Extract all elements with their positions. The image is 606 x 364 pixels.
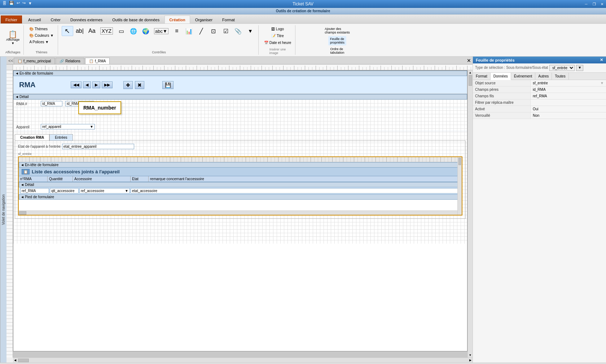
tab-menu-principal[interactable]: 📋 f_menu_principal <box>14 58 55 64</box>
form-vscroll[interactable]: ▲ ▼ <box>467 70 473 358</box>
ref-rma-field[interactable]: ref_RMA <box>20 188 49 194</box>
ref-appareil-combo[interactable]: ref_appareil ▼ <box>41 124 95 129</box>
couleurs-btn[interactable]: 🎨 Couleurs ▼ <box>27 32 55 39</box>
prop-label-active: Activé <box>473 106 531 112</box>
minimize-btn[interactable]: ─ <box>582 0 590 8</box>
prop-value-active[interactable]: Oui <box>531 106 606 112</box>
hyperlink-btn[interactable]: 🌐 <box>128 27 139 36</box>
subform-pied-header[interactable]: ◄ Pied de formulaire <box>19 194 462 200</box>
etat-field[interactable]: etat_entree_appareil <box>62 144 134 149</box>
cursor-btn[interactable]: ↖ <box>62 26 73 36</box>
combo-btn[interactable]: abc▼ <box>152 27 170 35</box>
prop-selector-btn[interactable]: ▼ <box>576 65 583 71</box>
prop-value-champs-fils[interactable]: ref_RMA <box>531 93 606 99</box>
hscroll-thumb[interactable] <box>18 359 29 362</box>
prop-tab-autres[interactable]: Autres <box>535 73 552 80</box>
quick-dropdown-btn[interactable]: ▼ <box>27 1 33 5</box>
tab-order-btn[interactable]: Ordre detabulation <box>328 46 346 56</box>
entete-section-header[interactable]: ◄ En-tête de formulaire <box>13 71 467 76</box>
subform-vscroll-thumb[interactable] <box>458 158 461 165</box>
close-btn[interactable]: ✕ <box>598 0 606 8</box>
tab-relations[interactable]: 🔗 Relations <box>56 58 84 64</box>
nav-next-btn[interactable]: ▶ <box>92 81 100 88</box>
nav-prev-btn[interactable]: ◀ <box>83 81 91 88</box>
datetime-btn[interactable]: 📅 Date et heure <box>262 40 293 46</box>
new-record-btn[interactable]: ✚ <box>123 81 133 89</box>
tab-organiser[interactable]: Organiser <box>190 15 217 23</box>
vscroll-thumb[interactable] <box>469 75 472 86</box>
prop-tab-format[interactable]: Format <box>473 73 491 80</box>
tab-outils-bdd[interactable]: Outils de base de données <box>107 15 164 23</box>
undo-quick-btn[interactable]: ↩ <box>16 1 21 5</box>
themes-btn[interactable]: 🎨 Thèmes <box>27 26 49 32</box>
label-btn[interactable]: Aa <box>86 27 98 35</box>
delete-record-btn[interactable]: ✖ <box>135 81 144 89</box>
left-navigation-panel[interactable]: Volet de navigation <box>0 57 6 363</box>
prop-value-champs-peres[interactable]: id_RMA <box>531 86 606 93</box>
quick-access[interactable]: 🗄 💾 ↩ ↪ ▼ <box>2 1 33 5</box>
subform-entete-header[interactable]: ◄ En-tête de formulaire <box>19 162 462 168</box>
close-tab-btn[interactable]: ✕ <box>465 57 473 64</box>
textbox-btn[interactable]: ab| <box>74 27 85 35</box>
property-panel-title: Feuille de propriétés ✕ <box>473 57 606 63</box>
prop-tab-toutes[interactable]: Toutes <box>552 73 568 80</box>
ref-accessoire-combo[interactable]: ref_accessoire ▼ <box>79 188 130 194</box>
qtt-accessoire-field[interactable]: qtt_accessoire <box>50 188 79 194</box>
id-rma-field[interactable]: id_RMA <box>41 101 62 106</box>
tab-format[interactable]: Format <box>218 15 240 23</box>
prop-value-objet-source[interactable]: sf_entrée ▼ <box>531 80 606 86</box>
prop-selector-dropdown[interactable]: sf_entrée <box>549 65 575 71</box>
prop-close-btn[interactable]: ✕ <box>600 58 603 62</box>
property-sheet-btn[interactable]: Feuille depropriétés <box>328 36 346 45</box>
tab-entrees[interactable]: Entrées <box>49 134 73 141</box>
tab-creation-rma[interactable]: Creation RMA <box>15 134 49 141</box>
tab-creation[interactable]: Création <box>164 15 190 23</box>
tab-f-rma[interactable]: 📋 f_RMA <box>85 58 110 64</box>
subform-vscroll[interactable] <box>457 157 462 215</box>
rma-number-tooltip[interactable]: RMA_number <box>78 101 121 114</box>
checkbox-btn[interactable]: ☑ <box>220 27 232 36</box>
save-quick-btn[interactable]: 💾 <box>8 1 15 5</box>
prop-tab-donnees[interactable]: Données <box>491 73 511 80</box>
vscroll-down-btn[interactable]: ▼ <box>469 354 472 357</box>
redo-quick-btn[interactable]: ↪ <box>22 1 26 5</box>
scroll-tabs-left[interactable]: << <box>8 58 13 63</box>
affichage-dropdown[interactable]: ▼ <box>11 41 14 45</box>
title-btn[interactable]: 📝 Titre <box>269 33 285 39</box>
button-btn[interactable]: XYZ <box>98 26 115 36</box>
detail-section-header[interactable]: ◄ Détail <box>13 94 467 99</box>
subform-detail-header[interactable]: ◄ Détail <box>19 182 462 187</box>
nav-last-btn[interactable]: ▶▶ <box>102 81 113 88</box>
prop-value-verrouille[interactable]: Non <box>531 112 606 119</box>
insert-image-btn[interactable]: Insérer uneimage <box>268 46 288 56</box>
save-form-btn[interactable]: 💾 <box>162 81 174 89</box>
form-hscroll[interactable]: ◀ ▶ <box>13 358 473 363</box>
add-existing-fields-btn[interactable]: Ajouter deschamps existants <box>323 26 352 35</box>
etat-accessoire-field[interactable]: etat_accessoire <box>131 188 460 194</box>
hscroll-right-btn[interactable]: ▶ <box>468 359 473 362</box>
line-btn[interactable]: ╱ <box>196 27 207 36</box>
prop-objet-source-btn[interactable]: ▼ <box>600 81 604 85</box>
affichage-btn[interactable]: 📋 Affichage ▼ <box>4 30 21 46</box>
restore-btn[interactable]: ❐ <box>590 0 598 8</box>
tab-fichier[interactable]: Fichier <box>1 15 22 23</box>
subform-btn[interactable]: ⊡ <box>208 27 219 36</box>
tab-accueil[interactable]: Accueil <box>23 15 45 23</box>
tab-creer[interactable]: Créer <box>46 15 65 23</box>
hscroll-left-btn[interactable]: ◀ <box>13 359 17 362</box>
chart-btn[interactable]: 📊 <box>183 27 195 36</box>
nav-first-btn[interactable]: ◀◀ <box>71 81 82 88</box>
subform-hscroll[interactable] <box>19 210 462 215</box>
subform-hscroll-thumb[interactable] <box>19 211 26 215</box>
more-controls-btn[interactable]: ▼ <box>245 27 256 35</box>
prop-tab-evenement[interactable]: Événement <box>511 73 536 80</box>
attach-btn[interactable]: 📎 <box>232 27 244 36</box>
vscroll-up-btn[interactable]: ▲ <box>469 71 472 74</box>
tab-donnees-externes[interactable]: Données externes <box>66 15 107 23</box>
browser-btn[interactable]: 🌍 <box>140 27 152 36</box>
listbox-btn[interactable]: ≡ <box>171 27 183 35</box>
rect-btn[interactable]: ▭ <box>115 27 127 36</box>
logo-btn[interactable]: 🖼 Logo <box>269 26 286 32</box>
polices-btn[interactable]: A Polices ▼ <box>27 39 50 45</box>
prop-value-filtrer[interactable] <box>531 99 606 106</box>
